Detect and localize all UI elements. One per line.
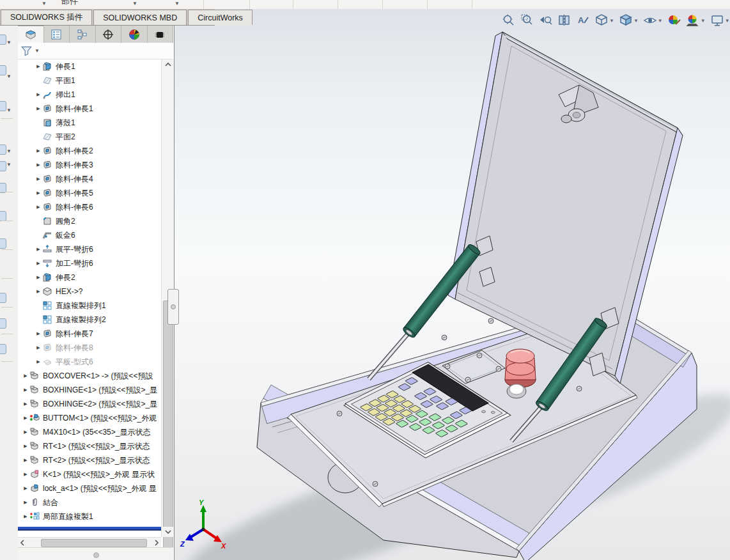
tree-item-10[interactable]: ▶除料-伸長6 [18, 200, 161, 214]
commandmanager-tab-2[interactable]: CircuitWorks [188, 10, 252, 25]
tree-expand-caret[interactable]: ▶ [22, 430, 29, 435]
cropped-toolbar-icon[interactable] [0, 101, 6, 111]
toolbar-dropdown-caret[interactable]: ▼ [42, 1, 47, 6]
tree-expand-caret[interactable]: ▶ [35, 261, 42, 266]
scroll-right-button[interactable] [152, 538, 161, 548]
tree-expand-caret[interactable]: ▶ [35, 148, 42, 153]
commandmanager-tab-0[interactable]: SOLIDWORKS 插件 [1, 10, 92, 25]
cropped-toolbar-icon[interactable] [0, 161, 6, 171]
fm-tab-property-manager[interactable] [44, 26, 70, 43]
viewport-3d[interactable]: Y X Z A▼▼▼▼▼ [174, 9, 730, 560]
cropped-toolbar-icon[interactable] [0, 144, 6, 155]
round-button[interactable] [507, 384, 526, 398]
tree-item-21[interactable]: ▶平板-型式6 [18, 355, 161, 369]
tree-item-12[interactable]: 鈑金6 [18, 228, 161, 242]
panel-bottom-handle[interactable] [18, 547, 173, 560]
apply-scene-button[interactable]: ▼ [685, 13, 706, 28]
tree-expand-caret[interactable]: ▶ [22, 486, 29, 491]
toolbar-dropdown-caret[interactable]: ▼ [175, 1, 180, 6]
view-orientation-button[interactable]: ▼ [594, 13, 615, 28]
tree-expand-caret[interactable]: ▶ [22, 416, 29, 421]
fm-tab-configuration-manager[interactable] [70, 26, 96, 43]
tree-item-19[interactable]: ▶除料-伸長7 [18, 327, 161, 341]
tree-item-31[interactable]: ▶結合 [18, 495, 161, 509]
tree-expand-caret[interactable]: ▶ [35, 176, 42, 182]
tree-item-4[interactable]: 薄殼1 [18, 116, 161, 130]
featuremanager-filter-row[interactable]: ▼ [18, 43, 173, 59]
tree-expand-caret[interactable]: ▶ [22, 373, 29, 378]
tree-expand-caret[interactable]: ▶ [35, 162, 42, 167]
edit-appearance-button[interactable] [667, 13, 682, 28]
cropped-toolbar-caret[interactable]: ▼ [6, 162, 12, 167]
tree-item-25[interactable]: ▶BUTTOM<1> (預設<<預設>_外观 [18, 411, 161, 425]
tree-item-18[interactable]: 直線複製排列2 [18, 313, 161, 327]
hide-show-items-button[interactable]: ▼ [642, 13, 664, 28]
cropped-toolbar-caret[interactable]: ▼ [6, 40, 12, 45]
cropped-toolbar-caret[interactable]: ▼ [6, 74, 12, 79]
cropped-toolbar-icon[interactable] [0, 65, 6, 75]
tree-expand-caret[interactable]: ▶ [35, 64, 42, 69]
scroll-up-button[interactable] [162, 59, 174, 70]
tree-item-8[interactable]: ▶除料-伸長4 [18, 172, 161, 186]
tree-expand-caret[interactable]: ▶ [35, 205, 42, 210]
tree-item-2[interactable]: ▶掃出1 [18, 88, 161, 102]
display-style-button[interactable]: ▼ [618, 13, 639, 28]
rollback-bar[interactable] [18, 527, 161, 531]
dropdown-caret[interactable]: ▼ [658, 18, 663, 24]
tree-item-7[interactable]: ▶除料-伸長3 [18, 158, 161, 172]
tree-expand-caret[interactable]: ▶ [35, 289, 42, 294]
fm-tab-display-manager[interactable] [121, 26, 148, 43]
tree-item-1[interactable]: 平面1 [18, 74, 161, 88]
tree-expand-caret[interactable]: ▶ [35, 275, 42, 280]
hide-annotations-button[interactable]: A [575, 13, 591, 28]
tree-expand-caret[interactable]: ▶ [22, 401, 29, 407]
dropdown-caret[interactable]: ▼ [633, 18, 639, 24]
tree-expand-caret[interactable]: ▶ [35, 191, 42, 196]
zoom-to-fit-button[interactable] [501, 13, 516, 28]
tree-item-3[interactable]: ▶除料-伸長1 [18, 102, 161, 116]
tree-item-20[interactable]: ▶除料-伸長8 [18, 341, 161, 355]
emergency-stop-button[interactable] [505, 349, 536, 387]
tree-expand-caret[interactable]: ▶ [35, 247, 42, 252]
cropped-toolbar-icon[interactable] [0, 293, 6, 303]
view-settings-button[interactable]: ▼ [710, 13, 730, 28]
scroll-down-button[interactable] [162, 527, 174, 537]
cropped-toolbar-icon[interactable] [0, 238, 6, 249]
filter-dropdown-caret[interactable]: ▼ [35, 48, 40, 54]
dropdown-caret[interactable]: ▼ [609, 18, 614, 24]
tree-item-13[interactable]: ▶展平-彎折6 [18, 242, 161, 256]
cropped-toolbar-caret[interactable]: ▼ [6, 107, 12, 113]
tree-expand-caret[interactable]: ▶ [35, 331, 42, 336]
tree-expand-caret[interactable]: ▶ [35, 359, 42, 364]
section-view-button[interactable] [557, 13, 572, 28]
cropped-toolbar-icon[interactable] [0, 211, 6, 221]
dropdown-caret[interactable]: ▼ [701, 18, 706, 24]
hscroll-thumb[interactable] [41, 539, 147, 547]
zoom-to-area-button[interactable] [520, 13, 535, 28]
fm-tab-featuremanager-tree[interactable] [18, 26, 44, 43]
tree-item-30[interactable]: ▶lock_a<1> (預設<<預設>_外观 显 [18, 481, 161, 495]
tree-item-15[interactable]: ▶伸長2 [18, 270, 161, 284]
tree-item-5[interactable]: 平面2 [18, 130, 161, 144]
tree-item-28[interactable]: ▶RT<2> (預設<<預設>_显示状态 [18, 453, 161, 467]
tree-item-24[interactable]: ▶BOXHINGE<2> (預設<<預設>_显 [18, 397, 161, 411]
tree-expand-caret[interactable]: ▶ [35, 345, 42, 350]
tree-expand-caret[interactable]: ▶ [35, 106, 42, 111]
tree-expand-caret[interactable]: ▶ [35, 92, 42, 97]
scroll-left-button[interactable] [18, 538, 27, 548]
tree-expand-caret[interactable]: ▶ [22, 500, 29, 505]
tree-item-16[interactable]: ▶HEX->? [18, 284, 161, 299]
tree-item-32[interactable]: ▶局部直線複製1 [18, 509, 161, 524]
tree-horizontal-scrollbar[interactable] [18, 537, 161, 548]
tree-item-6[interactable]: ▶除料-伸長2 [18, 144, 161, 158]
tree-expand-caret[interactable]: ▶ [22, 514, 29, 519]
dropdown-caret[interactable]: ▼ [725, 18, 730, 24]
toolbar-dropdown-caret[interactable]: ▼ [132, 1, 137, 6]
tree-expand-caret[interactable]: ▶ [22, 387, 29, 393]
panel-splitter-handle[interactable] [167, 289, 179, 325]
tree-expand-caret[interactable]: ▶ [22, 458, 29, 463]
tree-item-17[interactable]: 直線複製排列1 [18, 299, 161, 313]
tree-item-23[interactable]: ▶BOXHINGE<1> (預設<<預設>_显 [18, 383, 161, 397]
vscroll-thumb[interactable] [163, 300, 173, 554]
cropped-toolbar-icon[interactable] [0, 35, 6, 45]
